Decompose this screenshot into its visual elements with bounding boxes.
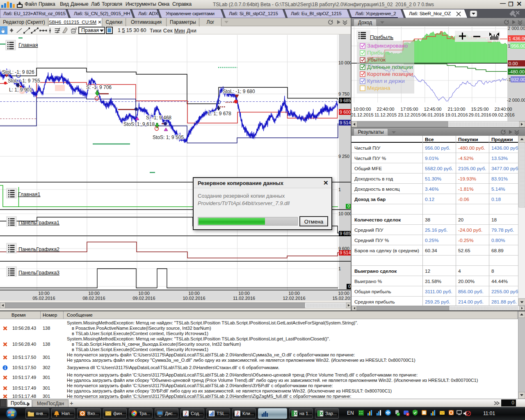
svg-text:9 750: 9 750 — [338, 91, 349, 96]
svg-text:-1: -1 — [507, 77, 511, 82]
svg-text:0: 0 — [347, 203, 350, 208]
svg-text:Ла6: Si_CN_5(2)_0915_HH: Ла6: Si_CN_5(2)_0915_HH — [74, 11, 130, 16]
svg-text:StoL: -1; 9 826: StoL: -1; 9 826 — [2, 69, 34, 75]
svg-text:21:10:00: 21:10:00 — [448, 107, 466, 112]
svg-text:StoL: -1; 9 755: StoL: -1; 9 755 — [8, 78, 40, 84]
svg-text:Зафиксировано: Зафиксировано — [367, 43, 408, 49]
svg-text:Ла6: ADX: Ла6: ADX — [138, 11, 158, 16]
svg-text:Короткие позиции: Короткие позиции — [367, 71, 413, 77]
svg-text:10:00: 10:00 — [288, 291, 300, 296]
svg-text:Главная: Главная — [18, 42, 38, 48]
svg-text:19.01.2016: 19.01.2016 — [445, 112, 468, 117]
svg-text:Ла6: Eu_BI_stpOZ_1215: Ла6: Eu_BI_stpOZ_1215 — [291, 11, 342, 16]
svg-text:9 514: 9 514 — [340, 250, 351, 255]
svg-text:09.02.2016: 09.02.2016 — [492, 112, 514, 117]
svg-text:10 000: 10 000 — [338, 211, 352, 216]
svg-text:ПанельГрафика2: ПанельГрафика2 — [18, 247, 59, 252]
svg-text:Управление скриптами: Управление скриптами — [166, 11, 215, 16]
svg-text:12:45:00: 12:45:00 — [424, 107, 442, 112]
svg-text:11.12.2015: 11.12.2015 — [374, 112, 397, 117]
svg-text:932.00: 932.00 — [511, 77, 525, 82]
svg-text:29.01.2016: 29.01.2016 — [468, 112, 491, 117]
svg-text:23.12.2015: 23.12.2015 — [398, 112, 420, 117]
svg-text:10:00: 10:00 — [38, 291, 50, 296]
svg-text:956.00: 956.00 — [511, 43, 525, 48]
svg-text:9 685: 9 685 — [340, 231, 351, 236]
svg-text:15.02.2016: 15.02.2016 — [332, 296, 352, 301]
svg-text:StoS: 1; 9 618: StoS: 1; 9 618 — [123, 121, 155, 127]
svg-text:Длинные позиции: Длинные позиции — [367, 64, 413, 70]
svg-text:1: 1 — [338, 187, 341, 192]
svg-text:01.12.2015: 01.12.2015 — [352, 112, 374, 117]
svg-text:9 600: 9 600 — [340, 110, 351, 114]
svg-text:06.01.2016: 06.01.2016 — [421, 112, 444, 117]
svg-text:StoS: 1; 9 505: StoS: 1; 9 505 — [153, 135, 184, 140]
svg-text:10.02.2016: 10.02.2016 — [183, 296, 205, 301]
svg-text:10:00: 10:00 — [88, 291, 100, 296]
svg-text:10:00:00: 10:00:00 — [354, 107, 371, 112]
svg-text:Ла6: SbeR_hloz_OZ: Ла6: SbeR_hloz_OZ — [409, 11, 451, 16]
svg-text:9 250: 9 250 — [338, 154, 349, 159]
svg-text:S: -1; 9 468: S: -1; 9 468 — [146, 115, 171, 121]
svg-text:09.02.2016: 09.02.2016 — [132, 296, 155, 301]
svg-text:ПанельГрафика3: ПанельГрафика3 — [18, 270, 59, 276]
svg-text:Прибыль: Прибыль — [370, 34, 393, 40]
svg-text:17:05:00: 17:05:00 — [401, 107, 418, 112]
svg-text:05.02.2016: 05.02.2016 — [32, 296, 55, 301]
svg-text:10:00: 10:00 — [138, 291, 150, 296]
svg-text:1: 1 — [338, 266, 341, 271]
svg-text:11.02.2016: 11.02.2016 — [233, 296, 255, 301]
svg-text:L: 1; 9 678: L: 1; 9 678 — [208, 111, 231, 116]
svg-text:08.02.2016: 08.02.2016 — [82, 296, 105, 301]
svg-text:15:25:00: 15:25:00 — [471, 107, 489, 112]
svg-text:Ла6: Усреднение_2: Ла6: Усреднение_2 — [355, 11, 396, 16]
svg-text:12.02.2016: 12.02.2016 — [283, 296, 305, 301]
svg-text:1: 1 — [508, 43, 510, 48]
svg-text:Главная1: Главная1 — [18, 192, 41, 197]
svg-text:Ла6: Si_BI_stpOZ_1215: Ла6: Si_BI_stpOZ_1215 — [229, 11, 278, 16]
svg-text:9 514: 9 514 — [340, 120, 351, 125]
svg-text:-2 000.00: -2 000.00 — [507, 98, 525, 103]
svg-text:10:00: 10:00 — [188, 291, 200, 296]
svg-text:10:00: 10:00 — [238, 291, 250, 296]
svg-text:StoL: -1; 9 680: StoL: -1; 9 680 — [223, 89, 255, 94]
svg-text:10 000: 10 000 — [338, 60, 352, 65]
svg-text:1 436.00: 1 436.00 — [509, 36, 525, 41]
svg-text:22:40:00: 22:40:00 — [377, 107, 395, 112]
svg-text:S: -1; 9 706: S: -1; 9 706 — [86, 84, 112, 90]
svg-text:Прибыль: Прибыль — [367, 50, 390, 56]
svg-text:Купил и держи: Купил и держи — [367, 78, 405, 84]
svg-text:Медиана: Медиана — [367, 85, 390, 91]
svg-text:10:00: 10:00 — [338, 291, 349, 296]
svg-text:23:40:00: 23:40:00 — [495, 107, 512, 112]
svg-text:L: 1; 9 901: L: 1; 9 901 — [9, 87, 32, 93]
svg-text:ПанельГрафика1: ПанельГрафика1 — [18, 220, 59, 226]
svg-text:Убыток: Убыток — [367, 57, 386, 63]
svg-text:9 685: 9 685 — [340, 98, 351, 103]
svg-text:Ла6: EU_123+ATRst_oz_0915: Ла6: EU_123+ATRst_oz_0915 — [3, 11, 66, 16]
svg-text:0.00: 0.00 — [509, 61, 518, 66]
svg-text:2 000.00: 2 000.00 — [508, 26, 525, 31]
svg-text:-480.00: -480.00 — [509, 69, 525, 74]
